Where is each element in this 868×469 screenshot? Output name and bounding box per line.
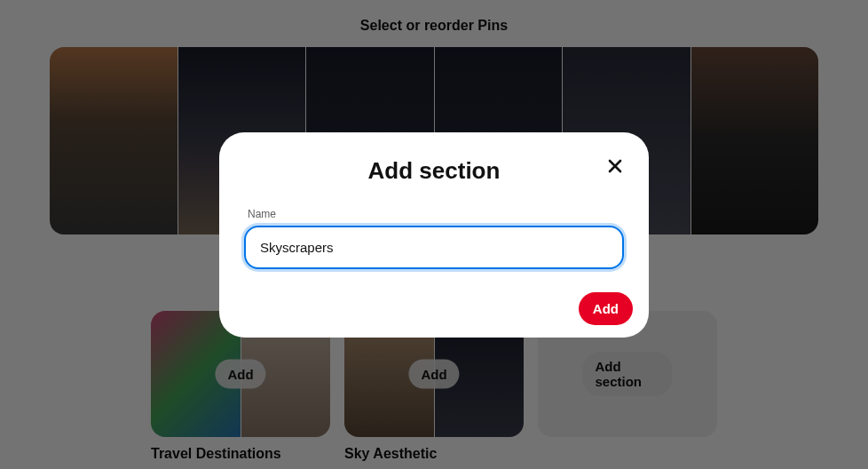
add-button[interactable]: Add	[579, 292, 633, 325]
modal-title: Add section	[232, 157, 636, 185]
name-input-wrapper	[244, 226, 624, 269]
name-field-label: Name	[248, 208, 636, 220]
section-name-input[interactable]	[244, 226, 624, 269]
close-button[interactable]	[604, 155, 626, 177]
add-section-modal: Add section Name Add	[219, 132, 649, 338]
modal-overlay[interactable]: Add section Name Add	[0, 0, 868, 469]
modal-footer: Add	[232, 292, 636, 325]
close-icon	[607, 158, 623, 174]
